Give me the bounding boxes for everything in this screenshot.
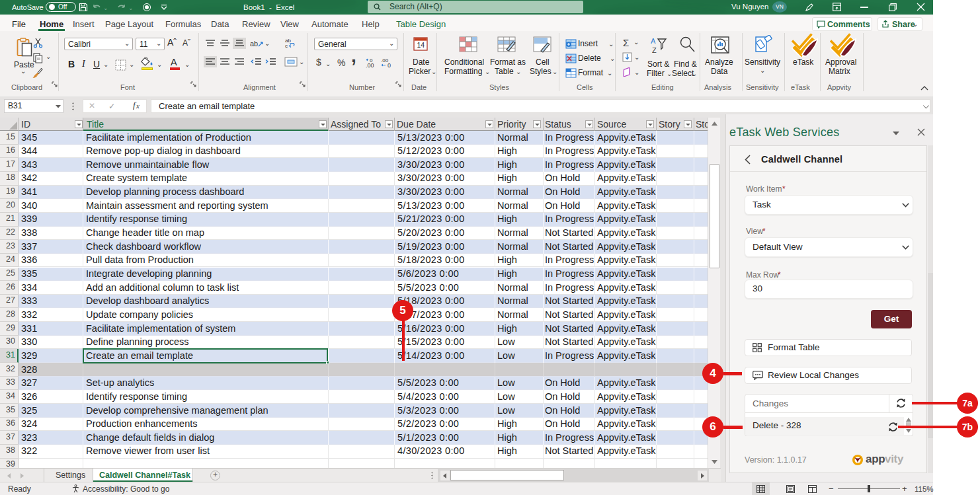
- svg-text:c: c: [285, 43, 288, 49]
- svg-text:A: A: [651, 37, 656, 45]
- svg-text:14: 14: [417, 41, 425, 49]
- svg-text:Z: Z: [652, 46, 657, 54]
- svg-text:ab: ab: [250, 40, 258, 48]
- svg-text:0: 0: [370, 57, 373, 63]
- svg-text:0: 0: [388, 62, 391, 68]
